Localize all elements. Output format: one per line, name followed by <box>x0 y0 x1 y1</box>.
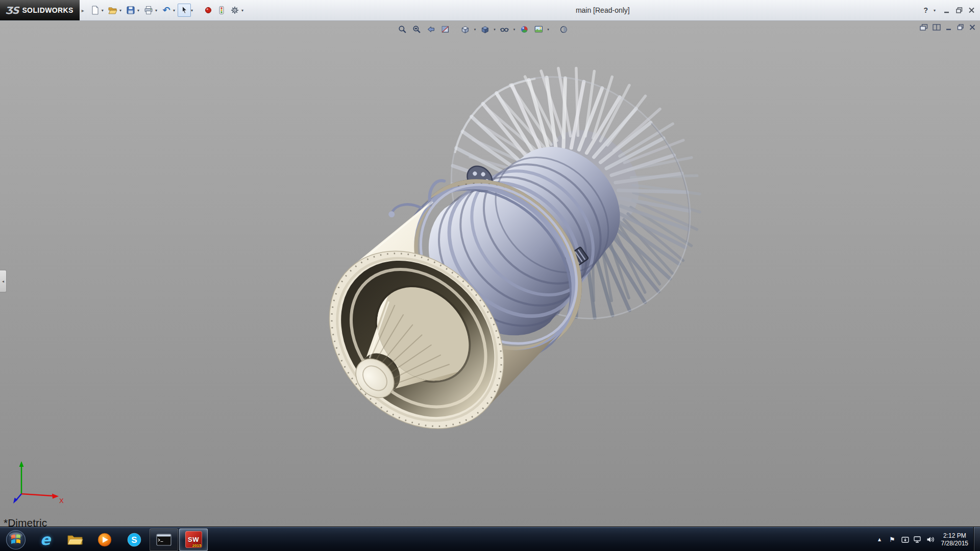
print-icon <box>143 5 154 15</box>
view-orientation-dropdown-icon[interactable]: ▾ <box>474 28 476 32</box>
undo-dropdown-icon[interactable]: ▾ <box>173 8 175 13</box>
split-view-button[interactable] <box>933 24 941 31</box>
svg-text:S: S <box>131 535 137 545</box>
command-prompt-icon <box>156 534 172 546</box>
select-cursor-icon <box>179 5 189 15</box>
folder-icon <box>67 533 83 546</box>
internet-explorer-icon: e <box>40 532 51 547</box>
network-monitor-icon <box>914 536 922 543</box>
options-gear-icon <box>230 5 240 15</box>
view-settings-icon <box>559 24 569 34</box>
taskbar-windows-explorer[interactable] <box>61 529 89 551</box>
action-center-flag-icon[interactable]: ⚑ <box>886 530 899 550</box>
minimize-icon <box>944 7 950 13</box>
cascade-windows-button[interactable] <box>920 24 928 31</box>
display-style-dropdown-icon[interactable]: ▾ <box>494 28 496 32</box>
zoom-to-area-button[interactable] <box>410 23 423 35</box>
system-tray: ▲ ⚑ 2:12 PM 7/28/2015 <box>873 527 980 551</box>
panel-collapse-tab[interactable]: ◂ <box>0 270 7 292</box>
show-desktop-button[interactable] <box>973 527 980 551</box>
zoom-to-fit-button[interactable] <box>396 23 409 35</box>
menu-expander-icon[interactable]: ▸ <box>82 8 84 13</box>
doc-minimize-button[interactable] <box>945 24 952 31</box>
document-title: main [Read-only] <box>576 6 630 14</box>
view-orientation-button[interactable] <box>459 23 472 35</box>
rebuild-button[interactable] <box>215 4 228 17</box>
addin-button[interactable] <box>202 4 215 17</box>
solidworks-logo-text: SOLIDWORKS <box>22 6 73 14</box>
print-button[interactable] <box>142 4 155 17</box>
open-dropdown-icon[interactable]: ▾ <box>119 8 121 13</box>
display-style-button[interactable] <box>478 23 491 35</box>
appearance-ball-icon <box>519 24 529 34</box>
volume-icon[interactable] <box>924 530 937 550</box>
apply-scene-icon <box>533 24 543 34</box>
taskbar-command-prompt[interactable] <box>150 529 178 551</box>
taskbar-clock[interactable]: 2:12 PM 7/28/2015 <box>937 527 973 551</box>
new-document-button[interactable] <box>88 4 102 17</box>
close-button[interactable] <box>968 7 975 13</box>
options-button[interactable] <box>228 4 241 17</box>
dassault-3ds-logo-icon: ƷS <box>5 5 18 16</box>
start-button[interactable] <box>2 529 30 551</box>
view-settings-button[interactable] <box>557 23 570 35</box>
select-dropdown-icon[interactable]: ▾ <box>191 8 193 13</box>
view-orientation-cube-icon <box>460 24 470 34</box>
app-titlebar: ƷS SOLIDWORKS ▸ ▾ ▾ ▾ ▾ ↶ ▾ ▾ ▾ main [Re… <box>0 0 980 21</box>
previous-view-button[interactable] <box>425 23 437 35</box>
apply-scene-button[interactable] <box>532 23 545 35</box>
solidworks-logo: ƷS SOLIDWORKS <box>0 0 80 20</box>
graphics-area[interactable]: ▾ ▾ ▾ ▾ ◂ X <box>0 21 980 527</box>
section-view-icon <box>440 24 450 34</box>
network-icon[interactable] <box>912 530 924 550</box>
doc-close-button[interactable] <box>969 24 976 31</box>
document-window-controls <box>920 24 976 31</box>
windows-update-icon[interactable] <box>899 530 912 550</box>
help-button[interactable]: ? <box>923 6 928 14</box>
show-hidden-icons-button[interactable]: ▲ <box>873 530 886 550</box>
display-style-cube-icon <box>480 24 489 34</box>
options-dropdown-icon[interactable]: ▾ <box>241 8 243 13</box>
save-dropdown-icon[interactable]: ▾ <box>137 8 139 13</box>
hide-show-dropdown-icon[interactable]: ▾ <box>513 28 516 32</box>
doc-restore-button[interactable] <box>957 24 964 31</box>
new-document-icon <box>90 5 100 15</box>
open-folder-icon <box>108 5 118 15</box>
zoom-to-fit-icon <box>398 24 407 34</box>
clock-time: 2:12 PM <box>943 532 966 540</box>
minimize-button[interactable] <box>944 7 950 13</box>
taskbar-media-player[interactable] <box>90 529 119 551</box>
doc-restore-icon <box>957 24 964 31</box>
red-bead-icon <box>203 5 213 15</box>
open-document-button[interactable] <box>106 4 119 17</box>
taskbar-skype[interactable]: S <box>120 529 149 551</box>
restore-button[interactable] <box>956 7 963 13</box>
speaker-icon <box>926 536 935 543</box>
doc-close-icon <box>969 24 976 31</box>
undo-button[interactable]: ↶ <box>160 4 173 17</box>
app-window-controls: ? ▾ <box>923 0 975 20</box>
triad-y-axis <box>19 461 24 467</box>
hide-show-items-button[interactable] <box>498 23 511 35</box>
taskbar-internet-explorer[interactable]: e <box>31 529 60 551</box>
select-tool-button[interactable] <box>178 4 191 17</box>
section-view-button[interactable] <box>439 23 452 35</box>
clock-date: 7/28/2015 <box>941 540 968 547</box>
hide-show-glasses-icon <box>500 24 509 34</box>
save-button[interactable] <box>124 4 137 17</box>
help-dropdown-icon[interactable]: ▾ <box>934 8 936 13</box>
close-icon <box>968 7 975 13</box>
save-floppy-icon <box>126 5 136 15</box>
new-document-dropdown-icon[interactable]: ▾ <box>102 8 104 13</box>
taskbar-solidworks[interactable]: SW 2015 <box>179 529 208 551</box>
update-box-icon <box>901 537 909 543</box>
cascade-icon <box>920 24 928 31</box>
edit-appearance-button[interactable] <box>518 23 530 35</box>
apply-scene-dropdown-icon[interactable]: ▾ <box>547 28 549 32</box>
orientation-triad: X <box>12 459 65 505</box>
skype-icon: S <box>127 532 142 547</box>
print-dropdown-icon[interactable]: ▾ <box>155 8 157 13</box>
triad-x-axis <box>52 494 59 499</box>
solidworks-app-icon: SW 2015 <box>185 531 202 548</box>
jet-engine-3d-model[interactable] <box>0 21 980 527</box>
